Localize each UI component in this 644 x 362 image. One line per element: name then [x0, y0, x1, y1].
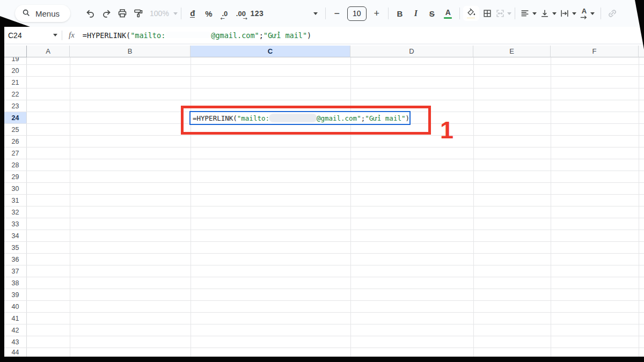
row-header-32[interactable]: 32 — [4, 206, 27, 218]
row-header-41[interactable]: 41 — [4, 313, 27, 324]
column-header-e[interactable]: E — [473, 46, 551, 57]
row-header-37[interactable]: 37 — [4, 265, 27, 277]
menus-label: Menus — [35, 9, 60, 18]
toolbar-divider — [515, 8, 515, 19]
formula-bar: C24 fx =HYPERLINK("mailto:@gmail.com";"G… — [0, 27, 644, 45]
text-rotation-icon: A — [580, 8, 588, 19]
column-header-d[interactable]: D — [350, 46, 473, 57]
row-header-38[interactable]: 38 — [4, 277, 27, 289]
undo-icon — [85, 9, 96, 19]
text-color-button[interactable]: A — [440, 6, 456, 21]
formula-string-mailto: "mailto: — [130, 31, 165, 40]
zoom-value: 100% — [150, 9, 169, 18]
column-header-b[interactable]: B — [70, 46, 191, 57]
more-formats-button[interactable]: 123 — [249, 6, 265, 21]
font-select[interactable] — [265, 12, 322, 15]
row-header-22[interactable]: 22 — [4, 88, 27, 100]
undo-button[interactable] — [82, 6, 98, 21]
row-header-29[interactable]: 29 — [4, 171, 27, 182]
grid-row: 43 — [4, 336, 644, 348]
toolbar-divider — [388, 8, 389, 19]
grid-row: 19 — [4, 57, 644, 65]
row-header-31[interactable]: 31 — [4, 195, 27, 206]
name-box[interactable]: C24 — [0, 31, 57, 40]
row-header-42[interactable]: 42 — [4, 324, 27, 336]
vertical-align-button[interactable] — [540, 6, 557, 21]
screen-edge-left — [0, 26, 4, 362]
grid-row: 26 — [4, 136, 644, 147]
fill-color-button[interactable] — [463, 6, 479, 21]
row-header-39[interactable]: 39 — [4, 289, 27, 300]
row-header-33[interactable]: 33 — [4, 218, 27, 230]
row-header-34[interactable]: 34 — [4, 230, 27, 241]
font-size-input[interactable]: 10 — [347, 6, 367, 21]
row-header-20[interactable]: 20 — [4, 65, 27, 76]
sheet-grid: ABCDEF 192021222324252627282930313233343… — [4, 46, 644, 362]
chevron-down-icon — [552, 12, 557, 15]
chevron-down-icon — [572, 12, 576, 15]
row-header-43[interactable]: 43 — [4, 336, 27, 348]
menus-search-button[interactable]: Menus — [15, 5, 70, 22]
row-header-23[interactable]: 23 — [4, 100, 27, 112]
decrease-font-size-button[interactable]: − — [329, 6, 345, 21]
row-header-28[interactable]: 28 — [4, 159, 27, 171]
row-header-30[interactable]: 30 — [4, 183, 27, 194]
column-header-a[interactable]: A — [27, 46, 70, 57]
screen-edge-bottom — [0, 357, 644, 362]
italic-button[interactable]: I — [408, 6, 424, 21]
row-header-27[interactable]: 27 — [4, 147, 27, 159]
row-header-19[interactable]: 19 — [4, 57, 27, 64]
grid-row: 28 — [4, 159, 644, 171]
format-percent-button[interactable]: % — [201, 6, 217, 21]
chevron-down-icon — [507, 12, 511, 15]
row-header-36[interactable]: 36 — [4, 254, 27, 265]
grid-row: 42 — [4, 324, 644, 336]
formula-input[interactable]: =HYPERLINK("mailto:@gmail.com";"Gửi mail… — [83, 31, 311, 40]
row-header-21[interactable]: 21 — [4, 77, 27, 88]
format-currency-button[interactable]: đ — [185, 6, 201, 21]
grid-line — [350, 57, 351, 362]
text-rotation-button[interactable]: A — [580, 6, 596, 21]
grid-line — [70, 57, 70, 362]
formula-suffix: ) — [307, 31, 311, 40]
column-header-partial — [639, 46, 644, 57]
zoom-select[interactable]: 100% — [150, 9, 178, 18]
vertical-align-bottom-icon — [540, 9, 550, 18]
grid-row: 36 — [4, 254, 644, 265]
horizontal-align-button[interactable] — [520, 6, 537, 21]
row-header-26[interactable]: 26 — [4, 136, 27, 147]
increase-decimal-icon: .00→ — [236, 10, 246, 18]
formula-separator: ; — [259, 31, 264, 40]
increase-decimal-button[interactable]: .00→ — [233, 6, 249, 21]
text-wrapping-button[interactable] — [560, 6, 576, 21]
print-button[interactable] — [114, 6, 130, 21]
merge-cells-button[interactable] — [495, 6, 511, 21]
grid-row: 39 — [4, 289, 644, 301]
column-header-c[interactable]: C — [191, 46, 350, 57]
text-wrapping-icon — [560, 9, 569, 18]
grid-line — [551, 57, 551, 362]
increase-font-size-button[interactable]: + — [369, 6, 385, 21]
borders-icon — [482, 9, 492, 18]
decrease-decimal-button[interactable]: .0← — [217, 6, 233, 21]
row-header-24[interactable]: 24 — [4, 112, 27, 123]
paint-format-button[interactable] — [130, 6, 147, 21]
row-header-25[interactable]: 25 — [4, 124, 27, 135]
bold-icon: B — [397, 9, 402, 18]
redo-button[interactable] — [98, 6, 114, 21]
column-header-f[interactable]: F — [551, 46, 639, 57]
strikethrough-button[interactable]: S — [424, 6, 440, 21]
formula-prefix: =HYPERLINK( — [83, 31, 130, 40]
grid-row: 41 — [4, 313, 644, 324]
grid-line — [191, 57, 191, 362]
grid-row: 21 — [4, 77, 644, 88]
bold-button[interactable]: B — [392, 6, 408, 21]
grid-row: 27 — [4, 147, 644, 159]
borders-button[interactable] — [479, 6, 495, 21]
row-header-40[interactable]: 40 — [4, 301, 27, 312]
select-all-corner[interactable] — [4, 46, 27, 57]
row-header-35[interactable]: 35 — [4, 242, 27, 253]
insert-link-button[interactable] — [604, 6, 620, 21]
text-color-icon: A — [444, 9, 452, 19]
name-box-value: C24 — [8, 31, 22, 40]
